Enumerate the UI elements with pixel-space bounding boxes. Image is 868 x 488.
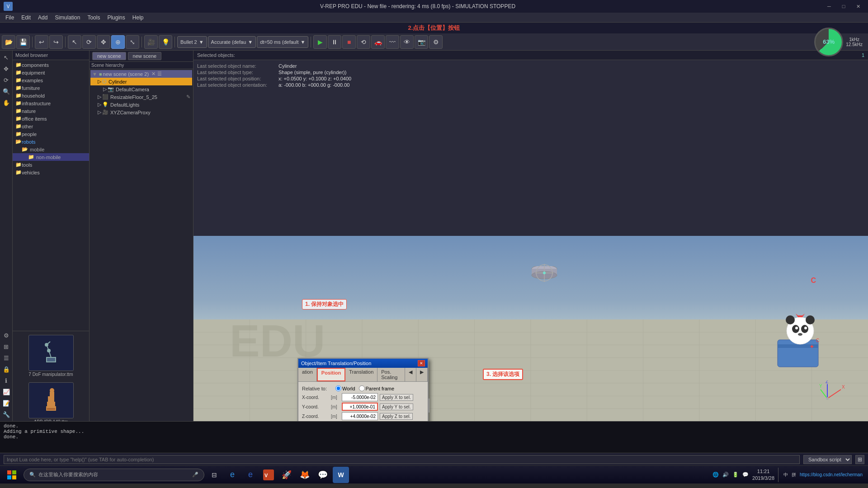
x-coord-input[interactable] [342,393,378,401]
taskbar-word[interactable]: W [333,467,349,483]
y-coord-input[interactable] [342,403,378,411]
tray-ime[interactable]: 拼 [792,472,796,478]
model-group-household[interactable]: 📁 household [13,92,89,99]
tb-move[interactable]: ✥ [97,35,110,49]
tray-sound[interactable]: 🔊 [722,472,729,478]
icon-settings[interactable]: ⚙ [1,330,11,340]
preview-7dof[interactable]: 7 DoF manipulator.ttm [14,333,87,379]
icon-info[interactable]: ℹ [1,375,11,385]
model-group-equipment[interactable]: 📁 equipment [13,69,89,76]
tb-stop[interactable]: ■ [342,35,356,49]
model-group-vehicles[interactable]: 📁 vehicles [13,169,89,176]
icon-graph[interactable]: 📈 [1,387,11,397]
taskbar-ie[interactable]: e [242,467,259,483]
minimize-button[interactable]: ─ [823,2,835,11]
icon-transform[interactable]: ✥ [1,64,11,74]
tb-light[interactable]: 💡 [159,35,172,49]
model-group-nature[interactable]: 📁 nature [13,107,89,115]
scene-item-camera[interactable]: ▷ 📷 DefaultCamera [90,85,192,93]
scene-menu-btn[interactable]: ☰ [157,71,162,77]
menu-plugins[interactable]: Plugins [104,14,128,22]
tb-save[interactable]: 💾 [16,35,30,49]
menu-file[interactable]: File [2,14,18,22]
lua-input[interactable] [4,455,800,464]
script-dropdown[interactable]: Sandbox script [803,455,852,464]
dialog-tab-ation[interactable]: ation [298,368,317,381]
apply-y-btn[interactable]: Apply Y to sel. [380,404,413,410]
tb-loop[interactable]: ⟲ [357,35,370,49]
menu-edit[interactable]: Edit [18,14,34,22]
icon-script[interactable]: 📝 [1,398,11,408]
model-group-examples[interactable]: 📁 examples [13,76,89,84]
model-group-furniture[interactable]: 📁 furniture [13,84,89,92]
physics-dropdown[interactable]: Bullet 2 ▼ [177,36,207,48]
accuracy-dropdown[interactable]: Accurate (defau ▼ [208,36,256,48]
tb-camera2[interactable]: 📷 [415,35,428,49]
taskbar-app2[interactable]: 🦊 [297,467,313,483]
menu-simulation[interactable]: Simulation [51,14,84,22]
taskbar-taskview[interactable]: ⊟ [206,467,222,483]
floor-edit-btn[interactable]: ✎ [186,94,190,100]
scene-close-btn[interactable]: ✕ [151,71,156,77]
tb-rotate[interactable]: ⟳ [82,35,96,49]
model-group-office[interactable]: 📁 office items [13,115,89,122]
tb-path[interactable]: 〰 [386,35,399,49]
taskbar-app3[interactable]: 💬 [315,467,331,483]
dt-dropdown[interactable]: dt=50 ms (default ▼ [257,36,308,48]
tray-lang[interactable]: 中 [783,472,788,478]
scene-item-proxy[interactable]: ▷ 🎥 XYZCameraProxy [90,108,192,116]
icon-layers[interactable]: ☰ [1,353,11,363]
icon-wrench[interactable]: 🔧 [1,409,11,419]
radio-parent-frame[interactable]: Parent frame [359,385,395,391]
tb-pointer[interactable]: ↖ [68,35,81,49]
viewport[interactable]: EDU X Y [193,236,868,421]
dialog-tab-next[interactable]: ▶ [416,368,428,381]
icon-lock[interactable]: 🔒 [1,364,11,374]
tray-network[interactable]: 🌐 [712,472,719,478]
tb-tools2[interactable]: ⚙ [429,35,443,49]
tray-battery[interactable]: 🔋 [732,472,739,478]
close-button[interactable]: ✕ [852,2,864,11]
icon-select[interactable]: ↖ [1,52,11,62]
tb-pause[interactable]: ⏸ [328,35,341,49]
tb-scale[interactable]: ⤡ [126,35,139,49]
scene-tab-2[interactable]: new scene [128,52,162,60]
tb-redo[interactable]: ↪ [49,35,63,49]
scene-item-lights[interactable]: ▷ 💡 DefaultLights [90,101,192,108]
preview-abb140[interactable]: ABB IRB 140.ttm [14,380,87,421]
taskbar-vrep[interactable]: V [260,467,277,483]
menu-help[interactable]: Help [129,14,147,22]
dialog-tab-prev[interactable]: ◀ [405,368,416,381]
model-group-robots[interactable]: 📂 robots [13,138,89,145]
model-group-people[interactable]: 📁 people [13,130,89,138]
tb-camera[interactable]: 🎥 [144,35,158,49]
tb-eye[interactable]: 👁 [400,35,414,49]
taskbar-search[interactable]: 🔍 在这里输入你要搜索的内容 🎤 [24,469,204,481]
system-clock[interactable]: 11:21 2019/3/28 [752,468,774,481]
model-group-tools[interactable]: 📁 tools [13,161,89,169]
tb-car[interactable]: 🚗 [371,35,385,49]
dialog-close-btn[interactable]: ✕ [418,360,425,366]
radio-world[interactable]: World [335,385,355,391]
apply-x-btn[interactable]: Apply X to sel. [380,394,413,401]
tb-open[interactable]: 📂 [2,35,15,49]
dialog-tab-position[interactable]: Position [317,368,345,381]
taskbar-app1[interactable]: 🚀 [278,467,295,483]
icon-zoom[interactable]: 🔍 [1,86,11,96]
menu-tools[interactable]: Tools [84,14,104,22]
taskbar-edge[interactable]: e [224,467,241,483]
tb-undo[interactable]: ↩ [35,35,48,49]
tray-link[interactable]: https://blog.csdn.net/lecherman [800,472,863,477]
model-item-mobile[interactable]: 📂 mobile [13,145,89,153]
start-button[interactable] [2,467,22,483]
menu-add[interactable]: Add [34,14,51,22]
dialog-tab-pos-scaling[interactable]: Pos. Scaling [377,368,405,381]
scene-item-cylinder[interactable]: ▷ ⬡ Cylinder [90,78,192,85]
icon-rotate2[interactable]: ⟳ [1,75,11,85]
icon-pan[interactable]: ✋ [1,98,11,108]
dialog-tab-translation[interactable]: Translation [345,368,377,381]
tray-show-desktop[interactable] [778,468,780,482]
model-group-other[interactable]: 📁 other [13,122,89,130]
scene-tab-1[interactable]: new scene [92,52,126,60]
tb-play[interactable]: ▶ [313,35,327,49]
